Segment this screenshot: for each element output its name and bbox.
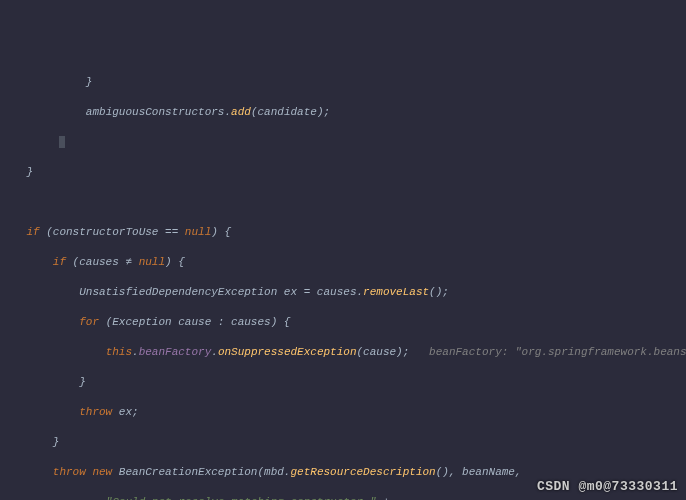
- code-line: this.beanFactory.onSuppressedException(c…: [0, 345, 686, 360]
- watermark-text: CSDN @m0@73330311: [537, 479, 678, 494]
- code-line: }: [0, 75, 686, 90]
- code-editor[interactable]: } ambiguousConstructors.add(candidate); …: [0, 60, 686, 500]
- code-line: for (Exception cause : causes) {: [0, 315, 686, 330]
- code-line: UnsatisfiedDependencyException ex = caus…: [0, 285, 686, 300]
- code-line: [0, 195, 686, 210]
- code-line: }: [0, 165, 686, 180]
- code-line: throw ex;: [0, 405, 686, 420]
- code-line: [0, 135, 686, 150]
- code-line: ambiguousConstructors.add(candidate);: [0, 105, 686, 120]
- text-cursor: [59, 136, 65, 148]
- code-line: }: [0, 435, 686, 450]
- code-line: throw new BeanCreationException(mbd.getR…: [0, 465, 686, 480]
- code-line: if (constructorToUse == null) {: [0, 225, 686, 240]
- code-line: if (causes ≠ null) {: [0, 255, 686, 270]
- inline-hint: beanFactory: "org.springframework.beans.…: [409, 346, 686, 358]
- code-line: }: [0, 375, 686, 390]
- code-line: "Could not resolve matching constructor …: [0, 495, 686, 500]
